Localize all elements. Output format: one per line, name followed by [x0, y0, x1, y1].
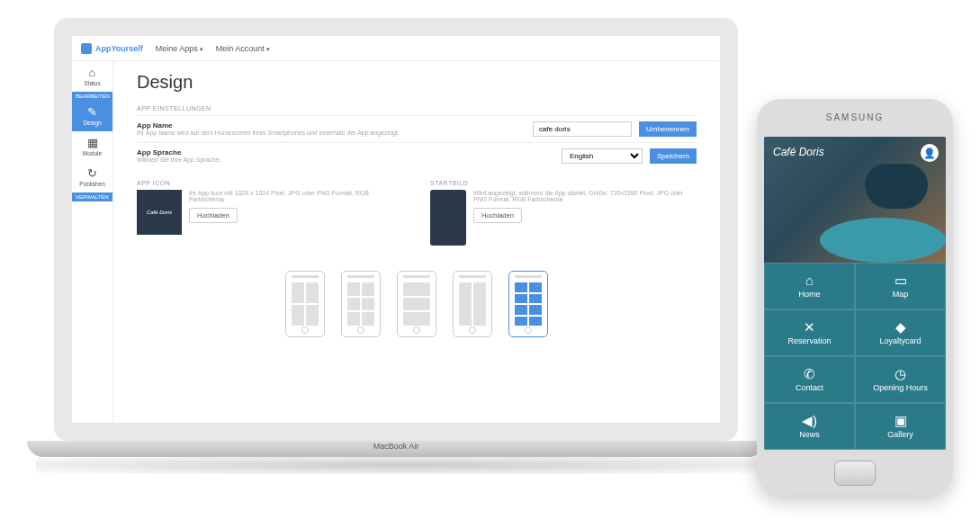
tile-map[interactable]: ▭Map	[855, 263, 946, 309]
sidebar-label: Status	[84, 80, 100, 86]
map-icon: ▭	[895, 273, 907, 287]
phone-home-button[interactable]	[834, 461, 876, 486]
tile-loyaltycard[interactable]: ◆Loyaltycard	[855, 309, 946, 356]
app-logo: Café Doris	[773, 146, 824, 158]
sidebar: ⌂ Status BEARBEITEN ✎ Design ▦ Module ↻ …	[72, 61, 113, 423]
nav-mein-account[interactable]: Mein Account	[216, 44, 270, 53]
clock-icon: ◷	[895, 367, 906, 380]
page-title: Design	[137, 72, 697, 93]
gallery-icon: ▣	[895, 414, 907, 427]
template-2[interactable]	[341, 271, 381, 337]
phone-tile-grid: ⌂Home ▭Map ✕Reservation ◆Loyaltycard ✆Co…	[764, 263, 946, 450]
home-icon: ⌂	[805, 273, 814, 287]
sidebar-item-publishen[interactable]: ↻ Publishen	[72, 162, 112, 192]
laptop-base	[27, 441, 765, 457]
template-3[interactable]	[397, 271, 436, 337]
webcam-dot	[393, 25, 399, 31]
sidebar-section-bearbeiten: BEARBEITEN	[72, 92, 112, 101]
template-4[interactable]	[453, 271, 492, 337]
upload-icon-button[interactable]: Hochladen	[189, 208, 238, 223]
cup-graphic	[865, 164, 928, 209]
template-5[interactable]	[508, 271, 548, 337]
section-app-icon: APP ICON	[137, 180, 403, 186]
tile-contact[interactable]: ✆Contact	[764, 356, 855, 403]
sidebar-label: Module	[83, 150, 102, 157]
template-1[interactable]	[285, 271, 325, 337]
laptop-mockup: AppYourself Meine Apps Mein Account ⌂ St…	[27, 18, 765, 457]
megaphone-icon: ◀)	[802, 414, 817, 427]
tile-reservation[interactable]: ✕Reservation	[764, 309, 855, 356]
upload-startbild-button[interactable]: Hochladen	[473, 208, 522, 223]
laptop-shadow	[36, 456, 774, 474]
app-lang-label: App Sprache	[137, 148, 554, 157]
save-button[interactable]: Speichern	[650, 148, 697, 164]
brand-text: AppYourself	[95, 44, 143, 53]
sidebar-item-status[interactable]: ⌂ Status	[72, 61, 112, 92]
tile-opening-hours[interactable]: ◷Opening Hours	[855, 356, 946, 403]
sidebar-item-module[interactable]: ▦ Module	[72, 131, 112, 162]
phone-hero: Café Doris 👤	[764, 137, 946, 263]
app-name-hint: Ihr App Name wird auf dem Homescreen ihr…	[137, 130, 526, 136]
phone-mockup: SAMSUNG Café Doris 👤 ⌂Home ▭Map ✕Reserva…	[757, 99, 953, 495]
tile-home[interactable]: ⌂Home	[764, 263, 855, 309]
pencil-icon: ✎	[74, 106, 111, 118]
app-lang-select[interactable]: English	[562, 148, 643, 164]
home-icon: ⌂	[74, 67, 111, 78]
app-lang-hint: Wählen Sie Ihre App Sprache.	[137, 157, 554, 163]
section-startbild: STARTBILD	[430, 180, 697, 186]
phone-brand: SAMSUNG	[826, 112, 885, 122]
app-icon-preview: Café Doris	[137, 190, 182, 235]
profile-icon[interactable]: 👤	[921, 144, 939, 162]
sidebar-item-design[interactable]: ✎ Design	[72, 101, 112, 131]
startbild-preview	[430, 190, 466, 246]
refresh-icon: ↻	[74, 167, 111, 179]
tile-news[interactable]: ◀)News	[764, 403, 855, 450]
rename-button[interactable]: Umbenennen	[639, 121, 697, 137]
grid-icon: ▦	[74, 137, 111, 148]
app-name-label: App Name	[137, 121, 526, 130]
field-app-sprache: App Sprache Wählen Sie Ihre App Sprache.…	[137, 142, 697, 169]
sidebar-section-verwalten: VERWALTEN	[72, 192, 112, 201]
phone-screen: Café Doris 👤 ⌂Home ▭Map ✕Reservation ◆Lo…	[764, 137, 946, 450]
plate-graphic	[820, 218, 946, 263]
nav-meine-apps[interactable]: Meine Apps	[156, 44, 203, 53]
brand-logo[interactable]: AppYourself	[81, 43, 143, 54]
field-app-name: App Name Ihr App Name wird auf dem Homes…	[137, 115, 697, 142]
phone-icon: ✆	[804, 367, 815, 380]
tag-icon: ◆	[895, 320, 906, 334]
utensils-icon: ✕	[804, 320, 815, 334]
section-app-einstellungen: APP EINSTELLUNGEN	[137, 105, 697, 112]
top-nav: AppYourself Meine Apps Mein Account	[72, 36, 720, 61]
sidebar-label: Publishen	[79, 181, 105, 187]
app-icon-hint: Ihr App Icon mit 1024 x 1024 Pixel, JPG …	[189, 190, 403, 202]
main-content: Design APP EINSTELLUNGEN App Name Ihr Ap…	[113, 61, 720, 423]
startbild-hint: Wird angezeigt, während die App startet.…	[473, 190, 697, 202]
sidebar-label: Design	[83, 120, 101, 126]
app-name-input[interactable]	[533, 121, 632, 137]
tile-gallery[interactable]: ▣Gallery	[855, 403, 946, 450]
brand-icon	[81, 43, 92, 54]
layout-templates	[137, 271, 697, 337]
